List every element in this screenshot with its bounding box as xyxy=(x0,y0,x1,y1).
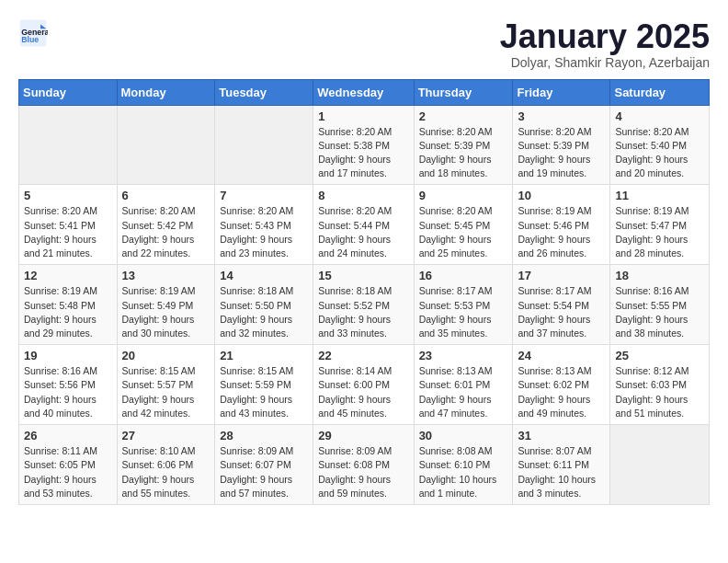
day-number: 19 xyxy=(24,349,112,362)
day-number: 26 xyxy=(24,429,112,442)
day-info: Sunrise: 8:20 AM Sunset: 5:44 PM Dayligh… xyxy=(318,204,408,260)
day-info: Sunrise: 8:16 AM Sunset: 5:56 PM Dayligh… xyxy=(24,364,112,420)
day-number: 8 xyxy=(318,189,408,202)
calendar-cell: 21Sunrise: 8:15 AM Sunset: 5:59 PM Dayli… xyxy=(215,345,313,425)
day-number: 17 xyxy=(518,269,605,282)
calendar-cell: 3Sunrise: 8:20 AM Sunset: 5:39 PM Daylig… xyxy=(513,105,610,185)
day-info: Sunrise: 8:20 AM Sunset: 5:39 PM Dayligh… xyxy=(518,125,605,181)
day-number: 25 xyxy=(615,349,704,362)
day-number: 2 xyxy=(419,109,508,123)
day-number: 12 xyxy=(24,269,112,282)
logo-icon: General Blue xyxy=(18,18,48,48)
day-number: 23 xyxy=(419,349,508,362)
calendar-cell: 7Sunrise: 8:20 AM Sunset: 5:43 PM Daylig… xyxy=(215,185,313,265)
calendar-cell: 18Sunrise: 8:16 AM Sunset: 5:55 PM Dayli… xyxy=(610,265,710,345)
day-info: Sunrise: 8:09 AM Sunset: 6:08 PM Dayligh… xyxy=(318,444,408,500)
calendar-cell: 23Sunrise: 8:13 AM Sunset: 6:01 PM Dayli… xyxy=(414,345,513,425)
weekday-header-wednesday: Wednesday xyxy=(313,79,414,105)
day-number: 22 xyxy=(318,349,408,362)
calendar-cell: 28Sunrise: 8:09 AM Sunset: 6:07 PM Dayli… xyxy=(215,425,313,505)
weekday-header-friday: Friday xyxy=(513,79,610,105)
day-number: 16 xyxy=(419,269,508,282)
calendar-cell: 6Sunrise: 8:20 AM Sunset: 5:42 PM Daylig… xyxy=(117,185,215,265)
calendar-cell: 1Sunrise: 8:20 AM Sunset: 5:38 PM Daylig… xyxy=(313,105,414,185)
weekday-header-thursday: Thursday xyxy=(414,79,513,105)
day-number: 27 xyxy=(122,429,210,442)
day-info: Sunrise: 8:19 AM Sunset: 5:49 PM Dayligh… xyxy=(122,284,210,340)
day-number: 24 xyxy=(518,349,605,362)
calendar-cell: 10Sunrise: 8:19 AM Sunset: 5:46 PM Dayli… xyxy=(513,185,610,265)
day-info: Sunrise: 8:08 AM Sunset: 6:10 PM Dayligh… xyxy=(419,444,508,500)
day-info: Sunrise: 8:13 AM Sunset: 6:02 PM Dayligh… xyxy=(518,364,605,420)
day-number: 15 xyxy=(318,269,408,282)
day-info: Sunrise: 8:20 AM Sunset: 5:40 PM Dayligh… xyxy=(615,125,704,181)
calendar-cell: 31Sunrise: 8:07 AM Sunset: 6:11 PM Dayli… xyxy=(513,425,610,505)
day-number: 21 xyxy=(220,349,308,362)
day-number: 3 xyxy=(518,109,605,123)
calendar-cell xyxy=(610,425,710,505)
title-block: January 2025 Dolyar, Shamkir Rayon, Azer… xyxy=(500,18,710,70)
day-info: Sunrise: 8:18 AM Sunset: 5:50 PM Dayligh… xyxy=(220,284,308,340)
calendar-week-2: 5Sunrise: 8:20 AM Sunset: 5:41 PM Daylig… xyxy=(19,185,710,265)
day-info: Sunrise: 8:20 AM Sunset: 5:42 PM Dayligh… xyxy=(122,204,210,260)
day-info: Sunrise: 8:20 AM Sunset: 5:38 PM Dayligh… xyxy=(318,125,408,181)
day-info: Sunrise: 8:10 AM Sunset: 6:06 PM Dayligh… xyxy=(122,444,210,500)
weekday-header-saturday: Saturday xyxy=(610,79,710,105)
day-number: 14 xyxy=(220,269,308,282)
day-info: Sunrise: 8:13 AM Sunset: 6:01 PM Dayligh… xyxy=(419,364,508,420)
page-header: General Blue January 2025 Dolyar, Shamki… xyxy=(18,18,710,70)
day-info: Sunrise: 8:17 AM Sunset: 5:54 PM Dayligh… xyxy=(518,284,605,340)
calendar-cell: 30Sunrise: 8:08 AM Sunset: 6:10 PM Dayli… xyxy=(414,425,513,505)
day-number: 31 xyxy=(518,429,605,442)
calendar-cell: 27Sunrise: 8:10 AM Sunset: 6:06 PM Dayli… xyxy=(117,425,215,505)
day-info: Sunrise: 8:20 AM Sunset: 5:45 PM Dayligh… xyxy=(419,204,508,260)
day-number: 7 xyxy=(220,189,308,202)
day-info: Sunrise: 8:20 AM Sunset: 5:43 PM Dayligh… xyxy=(220,204,308,260)
day-info: Sunrise: 8:14 AM Sunset: 6:00 PM Dayligh… xyxy=(318,364,408,420)
day-info: Sunrise: 8:12 AM Sunset: 6:03 PM Dayligh… xyxy=(615,364,704,420)
calendar-cell: 11Sunrise: 8:19 AM Sunset: 5:47 PM Dayli… xyxy=(610,185,710,265)
calendar-table: SundayMondayTuesdayWednesdayThursdayFrid… xyxy=(18,79,710,505)
weekday-header-row: SundayMondayTuesdayWednesdayThursdayFrid… xyxy=(19,79,710,105)
calendar-cell: 25Sunrise: 8:12 AM Sunset: 6:03 PM Dayli… xyxy=(610,345,710,425)
calendar-cell: 29Sunrise: 8:09 AM Sunset: 6:08 PM Dayli… xyxy=(313,425,414,505)
calendar-cell: 2Sunrise: 8:20 AM Sunset: 5:39 PM Daylig… xyxy=(414,105,513,185)
logo: General Blue xyxy=(18,18,48,48)
calendar-cell xyxy=(117,105,215,185)
calendar-cell: 19Sunrise: 8:16 AM Sunset: 5:56 PM Dayli… xyxy=(19,345,118,425)
weekday-header-sunday: Sunday xyxy=(19,79,118,105)
day-number: 30 xyxy=(419,429,508,442)
calendar-cell: 22Sunrise: 8:14 AM Sunset: 6:00 PM Dayli… xyxy=(313,345,414,425)
weekday-header-monday: Monday xyxy=(117,79,215,105)
day-number: 4 xyxy=(615,109,704,123)
weekday-header-tuesday: Tuesday xyxy=(215,79,313,105)
day-info: Sunrise: 8:19 AM Sunset: 5:46 PM Dayligh… xyxy=(518,204,605,260)
day-number: 1 xyxy=(318,109,408,123)
day-number: 5 xyxy=(24,189,112,202)
day-info: Sunrise: 8:19 AM Sunset: 5:47 PM Dayligh… xyxy=(615,204,704,260)
calendar-cell: 26Sunrise: 8:11 AM Sunset: 6:05 PM Dayli… xyxy=(19,425,118,505)
calendar-cell: 4Sunrise: 8:20 AM Sunset: 5:40 PM Daylig… xyxy=(610,105,710,185)
calendar-week-3: 12Sunrise: 8:19 AM Sunset: 5:48 PM Dayli… xyxy=(19,265,710,345)
calendar-cell: 8Sunrise: 8:20 AM Sunset: 5:44 PM Daylig… xyxy=(313,185,414,265)
day-number: 28 xyxy=(220,429,308,442)
day-number: 18 xyxy=(615,269,704,282)
calendar-week-5: 26Sunrise: 8:11 AM Sunset: 6:05 PM Dayli… xyxy=(19,425,710,505)
calendar-cell: 20Sunrise: 8:15 AM Sunset: 5:57 PM Dayli… xyxy=(117,345,215,425)
day-info: Sunrise: 8:09 AM Sunset: 6:07 PM Dayligh… xyxy=(220,444,308,500)
calendar-cell: 14Sunrise: 8:18 AM Sunset: 5:50 PM Dayli… xyxy=(215,265,313,345)
calendar-cell: 16Sunrise: 8:17 AM Sunset: 5:53 PM Dayli… xyxy=(414,265,513,345)
calendar-cell: 17Sunrise: 8:17 AM Sunset: 5:54 PM Dayli… xyxy=(513,265,610,345)
day-info: Sunrise: 8:15 AM Sunset: 5:59 PM Dayligh… xyxy=(220,364,308,420)
calendar-cell xyxy=(19,105,118,185)
day-info: Sunrise: 8:17 AM Sunset: 5:53 PM Dayligh… xyxy=(419,284,508,340)
calendar-title: January 2025 xyxy=(500,18,710,55)
day-number: 29 xyxy=(318,429,408,442)
calendar-cell xyxy=(215,105,313,185)
day-number: 10 xyxy=(518,189,605,202)
calendar-week-4: 19Sunrise: 8:16 AM Sunset: 5:56 PM Dayli… xyxy=(19,345,710,425)
day-info: Sunrise: 8:20 AM Sunset: 5:39 PM Dayligh… xyxy=(419,125,508,181)
calendar-cell: 5Sunrise: 8:20 AM Sunset: 5:41 PM Daylig… xyxy=(19,185,118,265)
calendar-cell: 13Sunrise: 8:19 AM Sunset: 5:49 PM Dayli… xyxy=(117,265,215,345)
day-number: 13 xyxy=(122,269,210,282)
